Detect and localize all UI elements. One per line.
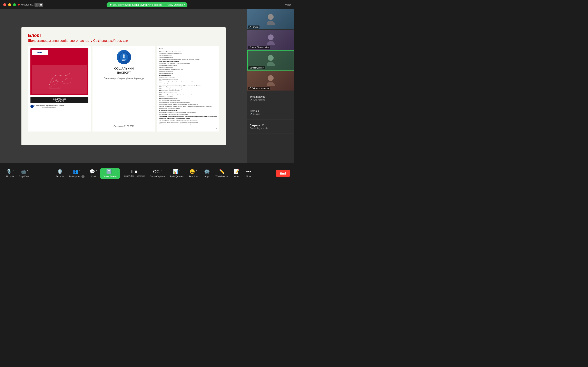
security-button[interactable]: 🛡️ Security	[54, 168, 66, 179]
minimize-button[interactable]	[8, 3, 11, 6]
top-bar-left: Recording... ⏸ ⏹	[3, 3, 43, 7]
apps-button[interactable]: ⚙️ Apps	[201, 168, 213, 179]
toolbar-left: 🎙️ ▲ Unmute 📹 ▲ Stop Video	[4, 168, 32, 179]
video-caret[interactable]: ▲	[26, 169, 28, 171]
slide-block-label: Блок І	[28, 33, 219, 38]
secretary-name: Секретар Со...	[250, 124, 292, 127]
svg-text:Львівська обл.: Львівська обл.	[49, 87, 60, 89]
slide-card-3: Зміст 1. Загальна інформація про громаду…	[157, 46, 219, 132]
slide-card-2: 1387 СОЦІАЛЬНИЙ ПАСПОРТ Сокільницької те…	[93, 46, 155, 132]
reactions-label: Reactions	[189, 175, 199, 178]
galyna-name: Галина	[252, 26, 259, 28]
notes-icon: 📝	[234, 169, 239, 174]
stop-icon: ⏹	[134, 170, 138, 174]
yana-name: Yana Chankotadze	[252, 46, 269, 49]
serhii-name-badge: Serhii Mytrokhin	[249, 66, 265, 69]
svitlana-name: Світлана Мельник	[252, 87, 269, 89]
share-screen-label: Share Screen	[103, 175, 117, 178]
card2-title1: СОЦІАЛЬНИЙ	[114, 67, 134, 71]
reactions-button[interactable]: 😀 ▲ Reactions	[186, 168, 200, 179]
reactions-caret[interactable]: ▲	[196, 169, 198, 171]
toc-header: Зміст	[159, 48, 217, 50]
top-bar-right: View	[285, 3, 291, 6]
chat-button[interactable]: 💬 ▲ Chat	[87, 168, 99, 179]
more-label: More	[246, 175, 251, 178]
show-captions-button[interactable]: CC ▲ Show Captions	[148, 168, 167, 179]
screen-share-area: Блок І Щодо затвердження соціального пас…	[0, 9, 247, 163]
security-label: Security	[56, 175, 64, 178]
share-caret[interactable]: ▲	[112, 169, 114, 171]
unmute-caret[interactable]: ▲	[12, 169, 14, 171]
stop-video-button[interactable]: 📹 ▲ Stop Video	[17, 168, 32, 179]
pause-recording-btn[interactable]: ⏸	[35, 3, 39, 7]
unmute-button[interactable]: 🎙️ ▲ Unmute	[4, 168, 16, 179]
iryna-name: iryna halayko	[250, 95, 292, 98]
chat-label: Chat	[91, 175, 96, 178]
participants-button[interactable]: 👥 ▲ Participants 7	[67, 168, 87, 179]
screen-share-banner: You are viewing Serhii Mytrokhin's scree…	[107, 2, 165, 7]
microphone-icon: 🎙️	[6, 169, 12, 174]
share-screen-icon: ⬆️	[106, 169, 112, 174]
slide-cards: USAID Львівська обл. СОЦІА	[28, 46, 219, 132]
card3-toc: Зміст 1. Загальна інформація про громаду…	[159, 48, 217, 125]
recording-controls[interactable]: ⏸ ⏹	[35, 3, 43, 7]
participant-tile-secretary: Секретар Со... Connecting to audio ..	[247, 119, 294, 134]
map-placeholder: Львівська обл.	[32, 65, 87, 94]
participants-caret[interactable]: ▲	[79, 169, 81, 171]
mic-icon: 🎤	[250, 113, 252, 115]
serhii-name: Serhii Mytrokhin	[250, 67, 264, 69]
participant-tile-yana: 🎤 Yana Chankotadze	[247, 30, 294, 50]
polls-icon: 📊	[173, 169, 178, 174]
pause-stop-label: Pause/Stop Recording	[123, 175, 145, 177]
card1-box-line2: ПАСПОРТ	[32, 100, 87, 102]
top-bar: Recording... ⏸ ⏹ You are viewing Serhii …	[0, 0, 294, 9]
pause-icon: ⏸	[130, 170, 134, 174]
captions-caret[interactable]: ▲	[160, 169, 162, 171]
iryna-status: 🎤 iryna halayko	[250, 99, 292, 101]
screen-share-text: You are viewing Serhii Mytrokhin's scree…	[113, 3, 162, 6]
card1-date: Станом на 01.01.2023	[35, 106, 64, 108]
notes-label: Notes	[233, 175, 240, 178]
share-screen-button[interactable]: ⬆️ ▲ Share Screen	[100, 168, 120, 179]
unmute-label: Unmute	[6, 175, 14, 178]
main-content: Блок І Щодо затвердження соціального пас…	[0, 9, 294, 163]
polls-caret[interactable]: ▲	[179, 169, 181, 171]
stop-recording-btn[interactable]: ⏹	[39, 3, 43, 7]
whiteboards-icon: ✏️	[219, 169, 225, 174]
camera-icon: 📹	[20, 169, 26, 174]
toolbar-right: End	[276, 170, 290, 177]
participants-label: Participants 7	[69, 175, 85, 178]
captions-icon: CC	[153, 169, 160, 174]
notes-button[interactable]: 📝 Notes	[231, 168, 242, 179]
svg-point-0	[56, 80, 57, 81]
card2-date: Станом на 01.01.2023	[113, 125, 134, 127]
whiteboards-label: Whiteboards	[215, 175, 228, 178]
apps-icon: ⚙️	[204, 169, 210, 174]
top-bar-center: You are viewing Serhii Mytrokhin's scree…	[107, 2, 187, 7]
end-button[interactable]: End	[276, 170, 290, 177]
mic-muted-icon: 🎤	[249, 47, 251, 48]
recording-label: Recording...	[20, 3, 34, 6]
chat-caret[interactable]: ▲	[95, 169, 97, 171]
view-label: View	[285, 3, 291, 6]
mic-icon: 🎤	[250, 99, 252, 101]
more-button[interactable]: ••• More	[243, 168, 254, 179]
chat-icon: 💬	[89, 169, 95, 174]
slide-card-1: USAID Львівська обл. СОЦІА	[28, 46, 91, 132]
apps-label: Apps	[204, 175, 209, 178]
pause-stop-recording-button[interactable]: ⏸ ⏹ Pause/Stop Recording	[121, 169, 147, 178]
reactions-icon: 😀	[190, 169, 195, 174]
slide-main-title: Щодо затвердження соціального паспорту С…	[28, 39, 219, 43]
view-options-button[interactable]: View Options	[165, 2, 187, 7]
evgenia-status: 🎤 Євгенія	[250, 113, 292, 115]
participant-tile-galyna: 🎤 Галина	[247, 9, 294, 30]
whiteboards-button[interactable]: ✏️ Whiteboards	[213, 168, 230, 179]
close-button[interactable]	[3, 3, 6, 6]
polls-button[interactable]: 📊 ▲ Polls/Quizzes	[168, 168, 186, 179]
card2-subtitle: Сокільницької територіальної громади	[104, 77, 144, 80]
green-dot-icon	[110, 4, 112, 6]
usaid-logo: USAID	[32, 50, 48, 55]
participants-sidebar: 🎤 Галина 🎤 Yana Chankotadze Serhii Mytro…	[247, 9, 294, 163]
maximize-button[interactable]	[13, 3, 16, 6]
coat-icon	[30, 105, 34, 108]
